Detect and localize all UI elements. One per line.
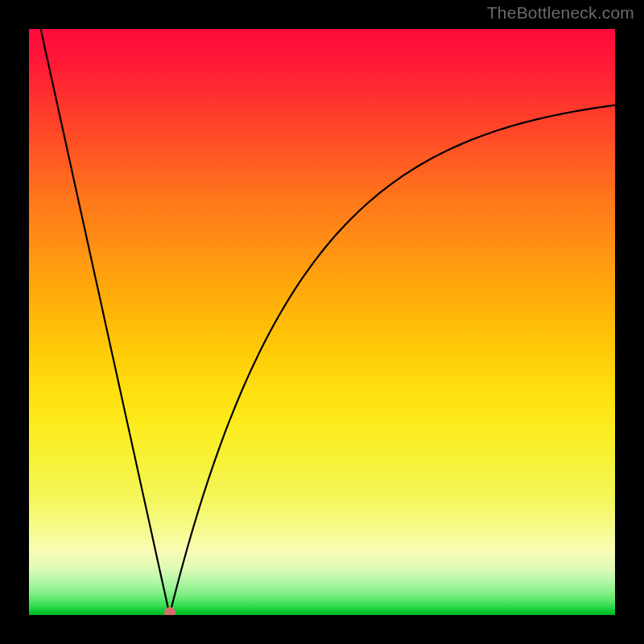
chart-curve (29, 29, 615, 615)
watermark-text: TheBottleneck.com (487, 3, 634, 23)
curve-minimum-marker (164, 607, 175, 615)
chart-plot-area (29, 29, 615, 615)
